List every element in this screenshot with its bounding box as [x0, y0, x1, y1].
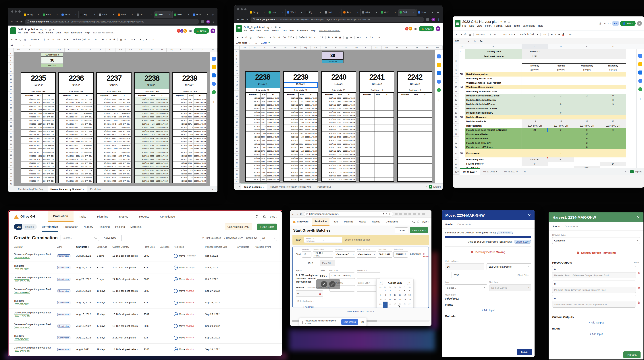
cell-populated[interactable]: 8/19/2022	[97, 101, 112, 104]
cell-id[interactable]: 2234-BAP-G2M	[267, 163, 280, 167]
seed-lot-input[interactable]	[357, 273, 380, 279]
cell-populated[interactable]: 9/5/2022	[172, 126, 188, 129]
cell-mod[interactable]: 0496	[112, 115, 118, 118]
template-select[interactable]: Genovese C...▾	[335, 251, 355, 258]
cell-value[interactable]: 2	[548, 94, 574, 98]
toolbar-item[interactable]: 100% ▾	[31, 38, 39, 41]
cell-value[interactable]: x	[600, 128, 626, 132]
table-col-batch-age[interactable]: Batch Age	[97, 246, 112, 248]
sort-desc-icon[interactable]: ▾	[87, 246, 89, 248]
calendar-day[interactable]: 13	[407, 293, 412, 297]
menu-extensions[interactable]: Extensions	[71, 31, 82, 34]
add-sheet-button[interactable]: +	[236, 186, 238, 188]
cell-id[interactable]: 2236-BAP-G2M	[343, 142, 356, 146]
nav-item-planning[interactable]: Planning	[92, 211, 114, 222]
row-header[interactable]: 8	[234, 57, 239, 61]
cell-value[interactable]	[522, 98, 548, 102]
browser-menu-icon[interactable]: ⋮	[212, 20, 215, 23]
cell[interactable]	[413, 103, 419, 107]
stage-tab-propagation[interactable]: Propagation	[63, 222, 79, 231]
cell-id[interactable]: 2230-BAP-G2M	[42, 165, 55, 168]
cell-id[interactable]: 2235-BAP-G2M	[305, 128, 318, 131]
units-input[interactable]: 16	[445, 263, 484, 270]
cell-value[interactable]: 0	[574, 137, 600, 141]
cell-populated[interactable]: 9/5/2022	[246, 167, 261, 170]
cell-mod[interactable]: 1208	[36, 104, 42, 108]
cell[interactable]	[413, 167, 419, 170]
cell-mod[interactable]: 0017	[336, 110, 342, 114]
cell-populated[interactable]: 8/15/2022	[59, 129, 74, 133]
chart-icon[interactable]: ↗	[604, 22, 606, 25]
cell-value[interactable]	[548, 77, 574, 81]
row-header[interactable]: 25	[234, 120, 239, 124]
toolbar-item[interactable]: $	[490, 33, 491, 36]
zone-chip[interactable]: Germination	[57, 266, 70, 269]
cell-mod[interactable]: 0746	[74, 168, 80, 172]
cell-id[interactable]: 2235-BAP-G2M	[305, 121, 318, 125]
cell-id[interactable]: 2233-BAP-G2M	[118, 140, 131, 143]
cell-populated[interactable]: 8/8/2022	[21, 140, 36, 143]
cell[interactable]	[360, 178, 375, 181]
cell-id[interactable]: 2230-BAP-G2M	[42, 97, 55, 101]
cell-populated[interactable]: 8/29/2022	[135, 168, 150, 172]
browser-tab[interactable]: 09.0×	[360, 9, 379, 16]
toolbar-item[interactable]: ⤾ ▾	[369, 36, 373, 39]
cell-id[interactable]: 2230-BAP-G2M	[42, 175, 55, 179]
day-header-cell[interactable]: Monday	[522, 63, 548, 68]
cell-id[interactable]: 2235-BAP-G2M	[305, 146, 318, 149]
column-header[interactable]: AU	[331, 46, 341, 50]
cell-mod[interactable]: 0466	[260, 142, 266, 146]
move-task-icon[interactable]: →	[174, 277, 178, 281]
close-icon[interactable]: ✕	[637, 215, 640, 220]
cell[interactable]	[419, 103, 432, 107]
cell-mod[interactable]: 0904	[188, 154, 194, 158]
cell-id[interactable]: 2235-BAP-G2M	[305, 167, 318, 170]
table-row[interactable]: Genovese Compact Improved Basil2233-PRC-…	[9, 308, 282, 320]
row-header[interactable]: 27	[234, 128, 239, 131]
cell-populated[interactable]: 8/24/2022	[97, 165, 112, 168]
cell-mod[interactable]: 0680	[36, 115, 42, 118]
cell[interactable]	[375, 156, 381, 160]
row-header[interactable]: 27	[453, 162, 459, 166]
cell-populated[interactable]: 9/5/2022	[172, 104, 188, 108]
cell[interactable]	[398, 110, 413, 114]
cell[interactable]	[419, 170, 432, 174]
cell-mod[interactable]: 0440	[112, 168, 118, 172]
cell-label[interactable]: Flats to transfer	[465, 162, 522, 166]
row-header[interactable]: 31	[8, 146, 14, 150]
move-folder-icon[interactable]: ▤	[504, 21, 506, 23]
zone-chip[interactable]: Germination	[57, 289, 70, 292]
cell[interactable]	[375, 107, 381, 110]
cell-value[interactable]	[600, 106, 626, 111]
batch-id-cell[interactable]: Genovese Compact Improved Basil2233-PRC-…	[14, 311, 57, 317]
browser-tab[interactable]: Goog×	[248, 9, 267, 16]
calendar-day[interactable]: 4	[397, 288, 402, 293]
toolbar-item[interactable]: B	[328, 36, 330, 39]
tab-close-icon[interactable]: ×	[131, 13, 133, 16]
cell[interactable]	[398, 135, 413, 139]
cell-id[interactable]: 2234-BAP-G2M	[267, 142, 280, 146]
cell-id[interactable]: 2230-BAP-G2M	[42, 147, 55, 151]
address-bar[interactable]: docs.google.com /spreadsheets/d/1blTGmOR…	[250, 17, 424, 22]
cell-id[interactable]: 2235-BAP-G2M	[305, 110, 318, 114]
finish-date-input[interactable]: 10/02/2022	[393, 251, 408, 258]
cell-id[interactable]: 2231-BAP-G2M	[80, 122, 93, 126]
cell-id[interactable]: 2230-BAP-G2M	[42, 151, 55, 154]
row-header[interactable]: 16	[453, 111, 459, 115]
row-header[interactable]: 10	[453, 85, 459, 89]
move-button[interactable]: Move	[517, 349, 532, 355]
week-date[interactable]: 9/26/22	[284, 82, 318, 88]
browser-menu-icon[interactable]: ⋮	[437, 18, 440, 21]
cell[interactable]	[398, 128, 413, 131]
cell-populated[interactable]: 8/29/2022	[135, 133, 150, 136]
cell[interactable]	[413, 107, 419, 110]
maps-icon[interactable]	[638, 87, 642, 91]
cell-id[interactable]: 2236-BAP-G2M	[343, 135, 356, 139]
cell[interactable]	[419, 174, 432, 177]
cell-value[interactable]	[600, 111, 626, 115]
cell-mod[interactable]: 1088	[188, 133, 194, 136]
cell-value[interactable]	[600, 89, 626, 94]
user-menu[interactable]: Elyse ▾	[422, 221, 429, 223]
cell[interactable]	[375, 174, 381, 177]
toolbar-item[interactable]: ↶	[237, 36, 239, 39]
